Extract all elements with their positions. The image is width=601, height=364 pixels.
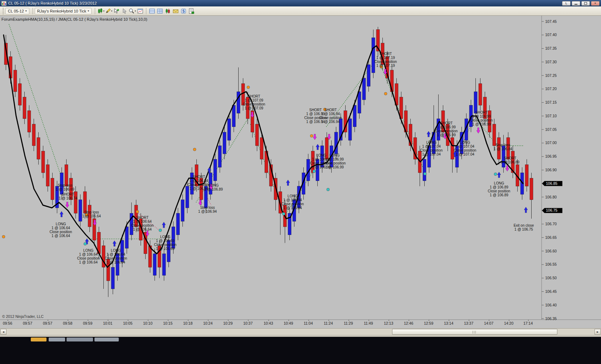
taskbar-app-button-3[interactable]: [67, 338, 93, 341]
close-button[interactable]: ×: [591, 1, 600, 6]
price-axis-label: 107.45: [545, 19, 557, 24]
candles-icon: [165, 8, 171, 14]
windows-taskbar[interactable]: [0, 337, 601, 364]
strategies-icon: S: [181, 8, 186, 14]
target-dot-marker: [136, 210, 139, 213]
renko-bar-up: [181, 200, 184, 221]
renko-bar-up: [367, 65, 370, 86]
renko-bar-down: [74, 192, 77, 213]
price-tag-value: 106.85: [546, 181, 557, 186]
price-axis-label: 107.35: [545, 46, 557, 50]
renko-bar-up: [218, 146, 221, 167]
time-axis-label: 10:01: [103, 321, 112, 325]
pointer-icon: [122, 8, 127, 14]
taskbar-app-button-2[interactable]: [49, 338, 65, 341]
scroll-right-button[interactable]: ►: [595, 329, 601, 335]
time-axis-label: 12:59: [424, 321, 433, 325]
toolbar-separator: [146, 8, 146, 14]
time-axis-label: 11:24: [324, 321, 333, 325]
time-axis-label: 10:18: [183, 321, 192, 325]
time-axis-label: 09:59: [83, 321, 92, 325]
crosshair-button[interactable]: [113, 7, 121, 15]
chart-area[interactable]: Stop loss1 @ 106.69SHORT1 @ 106.74LONG1 …: [0, 16, 601, 328]
renko-bar-down: [51, 178, 54, 200]
price-axis-label: 106.65: [545, 235, 557, 240]
drawing-tools-icon: [105, 8, 111, 14]
scrollbar-thumb[interactable]: [392, 329, 557, 335]
renko-bar-down: [530, 178, 533, 200]
grid-b-button[interactable]: [156, 7, 164, 15]
scroll-left-button[interactable]: ◄: [0, 329, 6, 335]
time-axis-label: 13:14: [444, 321, 453, 325]
entry-dot-marker: [424, 172, 426, 175]
price-axis-label: 106.55: [545, 262, 557, 266]
renko-bar-up: [186, 186, 189, 208]
panel-icon: [137, 8, 143, 14]
renko-bar-up: [79, 200, 82, 221]
interval-label: RJay's RenkoHybrid 10 Tick: [37, 9, 86, 13]
price-axis-label: 106.90: [545, 168, 557, 172]
notes-icon: [189, 8, 194, 14]
strategies-button[interactable]: S: [180, 7, 187, 15]
chart-window-icon: [1, 1, 6, 6]
time-axis-label: 11:29: [344, 321, 353, 325]
price-axis-label: 106.60: [545, 249, 557, 253]
horizontal-scrollbar[interactable]: ◄ ►: [0, 328, 601, 335]
renko-bar-down: [46, 164, 49, 186]
time-axis-label: 10:37: [243, 321, 253, 325]
taskbar-app-button-4[interactable]: [94, 338, 119, 341]
instrument-selector[interactable]: CL 05-12 ▾: [5, 8, 29, 14]
time-axis-label: 17:14: [523, 321, 533, 325]
panel-button[interactable]: [136, 7, 144, 15]
minimize-button[interactable]: [572, 1, 580, 6]
chart-style-button[interactable]: ▾: [97, 7, 105, 15]
trade-annotation: Stop loss1 @ 106.64: [82, 210, 101, 218]
renko-bar-down: [28, 110, 31, 132]
price-axis-label: 107.30: [545, 60, 557, 64]
window-title: CL 05-12 ( RJay's RenkoHybrid 10 Tick) 3…: [8, 1, 97, 5]
renko-bar-up: [334, 132, 338, 154]
renko-bar-up: [232, 105, 235, 127]
pointer-button[interactable]: [121, 7, 128, 15]
renko-bar-down: [525, 164, 528, 186]
renko-bar-up: [348, 119, 352, 140]
price-axis-label: 106.45: [545, 289, 557, 294]
time-axis-label: 10:49: [284, 321, 293, 325]
renko-bar-down: [32, 124, 35, 146]
price-axis-label: 107.25: [545, 73, 557, 78]
restore-icon: [584, 2, 587, 5]
time-axis-label: 09:57: [43, 321, 52, 325]
renko-bar-down: [260, 138, 263, 159]
price-axis-label: 107.20: [545, 87, 557, 91]
interval-selector[interactable]: RJay's RenkoHybrid 10 Tick ▾: [35, 8, 92, 14]
instrument-link-button[interactable]: L: [562, 1, 571, 6]
zoom-button[interactable]: ▾: [128, 7, 136, 15]
renko-bar-up: [228, 119, 231, 140]
time-axis-label: 12:46: [404, 321, 413, 325]
renko-bar-up: [111, 267, 114, 289]
notes-button[interactable]: [187, 7, 195, 15]
renko-bar-down: [23, 97, 26, 119]
renko-bar-up: [162, 254, 166, 275]
drawing-tools-button[interactable]: ▾: [105, 7, 113, 15]
price-axis-label: 106.80: [545, 195, 557, 199]
time-axis-label: 11:04: [304, 321, 313, 325]
price-axis-label: 107.00: [545, 141, 557, 145]
renko-bar-down: [37, 138, 40, 159]
price-axis-label: 106.35: [545, 316, 557, 321]
grid-a-button[interactable]: [148, 7, 156, 15]
entry-dot-marker: [327, 188, 329, 191]
minimize-icon: [575, 4, 577, 5]
candles-button[interactable]: [164, 7, 172, 15]
renko-bar-up: [153, 254, 156, 275]
restore-button[interactable]: [581, 1, 590, 6]
mail-button[interactable]: [172, 7, 180, 15]
target-dot-marker: [310, 134, 313, 137]
entry-dot-marker: [84, 242, 87, 245]
toolbar-grip[interactable]: [3, 8, 4, 14]
time-axis-label: 10:43: [264, 321, 273, 325]
price-axis-label: 106.40: [545, 303, 557, 307]
entry-dot-marker: [494, 173, 497, 176]
taskbar-app-button-1[interactable]: [31, 338, 47, 341]
renko-bar-down: [14, 70, 17, 92]
